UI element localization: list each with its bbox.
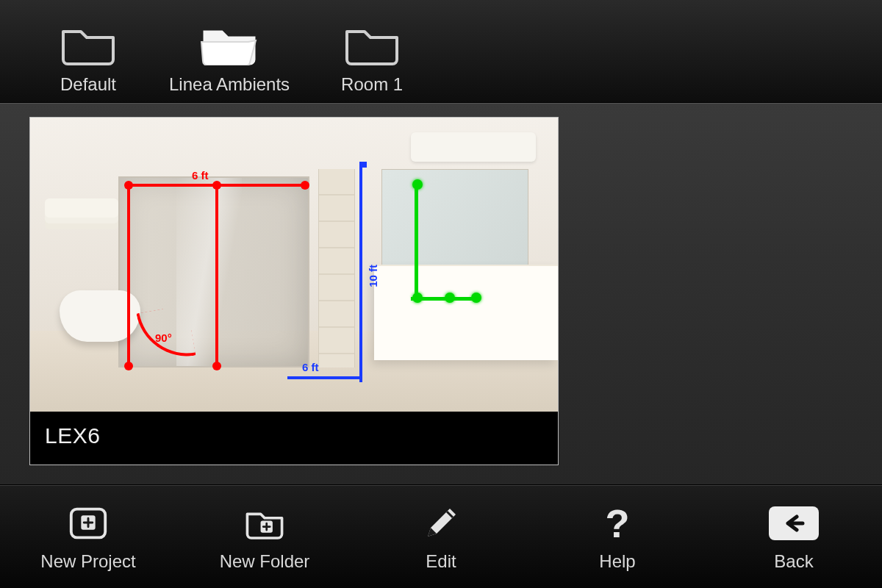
project-grid: 10 ft 6 ft 6 ft 90° (0, 103, 882, 485)
dimension-label-width-bottom: 6 ft (302, 361, 319, 373)
edit-button[interactable]: Edit (375, 503, 507, 572)
tool-label: New Project (40, 551, 135, 572)
dimension-handle (412, 293, 423, 303)
help-button[interactable]: ? Help (551, 503, 684, 572)
folder-tab-linea-ambients[interactable]: Linea Ambients (169, 21, 290, 95)
dimension-label-angle: 90° (155, 331, 172, 344)
dimension-label-height: 10 ft (367, 265, 379, 287)
folder-tab-default[interactable]: Default (59, 21, 118, 95)
new-project-button[interactable]: New Project (22, 503, 154, 572)
dimension-line-red-left (127, 184, 130, 368)
dimension-line-red-right (215, 184, 218, 368)
tool-label: Back (774, 551, 813, 572)
dimension-handle (212, 181, 221, 190)
dimension-handle (471, 293, 481, 303)
new-project-icon (67, 503, 110, 544)
folder-icon (59, 21, 118, 68)
folder-tab-label: Linea Ambients (169, 74, 290, 95)
new-folder-icon (243, 503, 286, 544)
bottom-toolbar: New Project New Folder Edit (0, 485, 882, 588)
folder-tab-bar: Default Linea Ambients Room 1 (0, 0, 882, 103)
dimension-handle (412, 179, 423, 190)
dimension-line-horizontal (287, 376, 361, 379)
tool-label: New Folder (220, 551, 310, 572)
dimension-handle (301, 181, 309, 190)
folder-tab-room-1[interactable]: Room 1 (341, 21, 403, 95)
tool-label: Help (599, 551, 635, 572)
project-title: LEX6 (30, 412, 558, 465)
folder-tab-label: Default (60, 74, 116, 95)
dimension-handle (445, 293, 455, 303)
dimension-handle (212, 362, 221, 370)
help-icon: ? (606, 503, 630, 544)
back-icon (769, 503, 819, 544)
tool-label: Edit (426, 551, 456, 572)
dimension-handle (124, 181, 133, 190)
dimension-label-width-top: 6 ft (192, 169, 209, 182)
pencil-icon (420, 503, 462, 544)
folder-tab-label: Room 1 (341, 74, 403, 95)
folder-icon (343, 21, 401, 68)
back-button[interactable]: Back (728, 503, 860, 572)
project-card-lex6[interactable]: 10 ft 6 ft 6 ft 90° (29, 117, 559, 465)
dimension-line-green-v (415, 184, 418, 301)
dimension-handle (124, 362, 133, 370)
folder-open-icon (200, 21, 259, 68)
new-folder-button[interactable]: New Folder (198, 503, 331, 572)
project-thumbnail: 10 ft 6 ft 6 ft 90° (30, 118, 558, 412)
dimension-line-vertical (359, 162, 362, 382)
